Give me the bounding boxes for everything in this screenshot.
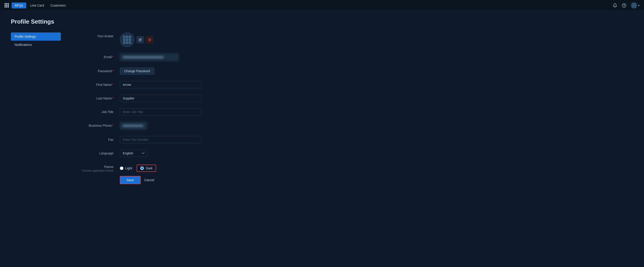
svg-rect-8 — [632, 7, 633, 8]
job-title-control — [120, 108, 224, 116]
svg-rect-15 — [126, 39, 128, 41]
email-label: Email* — [70, 53, 120, 59]
avatar-grid-icon — [122, 35, 132, 45]
svg-rect-17 — [124, 42, 125, 43]
topnav-right: ▾ — [612, 1, 640, 10]
email-required-star: * — [112, 55, 114, 59]
customers-nav-button[interactable]: Customers — [48, 3, 68, 9]
last-name-input[interactable] — [120, 95, 202, 102]
help-circle-icon — [622, 3, 626, 8]
first-name-row: First Name* — [70, 81, 224, 88]
fax-control — [120, 136, 224, 143]
svg-point-0 — [622, 4, 626, 7]
theme-dark-box[interactable]: Dark — [136, 165, 156, 172]
rfqs-nav-button[interactable]: RFQs — [12, 3, 26, 9]
password-control: Change Password — [120, 67, 224, 75]
avatar-edit-button[interactable] — [136, 36, 144, 43]
fax-label: Fax — [70, 136, 120, 141]
svg-rect-2 — [632, 4, 633, 4]
svg-rect-11 — [124, 36, 125, 38]
avatar-control — [120, 33, 224, 47]
language-label: Language — [70, 150, 120, 155]
linecard-nav-button[interactable]: Line Card — [28, 3, 46, 9]
fax-row: Fax — [70, 136, 224, 143]
cancel-button[interactable]: Cancel — [144, 178, 154, 182]
language-select[interactable]: English Spanish French — [120, 150, 147, 157]
action-row: Save Cancel — [120, 176, 224, 184]
svg-rect-9 — [634, 7, 634, 8]
form-area: Your Avatar — [61, 33, 233, 184]
last-name-required-star: * — [112, 97, 114, 100]
help-icon-button[interactable] — [621, 2, 627, 9]
notifications-icon-button[interactable] — [612, 2, 618, 9]
svg-rect-10 — [635, 7, 636, 8]
theme-light-label: Light — [125, 166, 132, 170]
user-avatar-small — [631, 2, 637, 9]
svg-rect-14 — [124, 39, 125, 41]
theme-dark-radio[interactable] — [140, 166, 144, 170]
password-required-star: * — [112, 69, 114, 73]
save-button[interactable]: Save — [120, 176, 141, 184]
theme-row: Theme Choose application theme Light Dar… — [70, 163, 224, 172]
language-row: Language English Spanish French — [70, 150, 224, 157]
theme-options: Light Dark — [120, 163, 156, 172]
svg-rect-16 — [129, 39, 131, 41]
svg-rect-3 — [634, 4, 634, 4]
bell-icon — [613, 3, 617, 8]
fax-input[interactable] — [120, 136, 202, 143]
grid-icon — [4, 3, 9, 8]
business-phone-label: Business Phone* — [70, 122, 120, 127]
last-name-control — [120, 95, 224, 102]
business-phone-required-star: * — [112, 124, 114, 127]
theme-light-radio[interactable] — [120, 166, 124, 170]
chevron-down-icon: ▾ — [638, 4, 640, 7]
sidebar-item-notifications[interactable]: Notifications — [11, 41, 61, 49]
last-name-row: Last Name* — [70, 95, 224, 102]
business-phone-control — [120, 122, 224, 130]
first-name-required-star: * — [112, 83, 114, 87]
svg-rect-12 — [126, 36, 128, 38]
job-title-label: Job Title — [70, 108, 120, 114]
svg-rect-19 — [129, 42, 131, 43]
business-phone-blurred — [120, 122, 147, 130]
avatar — [120, 33, 134, 47]
job-title-row: Job Title — [70, 108, 224, 116]
trash-icon — [148, 38, 151, 41]
theme-light-option[interactable]: Light — [120, 166, 132, 170]
svg-rect-7 — [635, 5, 636, 6]
topnav: RFQs Line Card Customers ▾ — [0, 0, 644, 11]
svg-rect-18 — [126, 42, 128, 43]
theme-label-group: Theme Choose application theme — [70, 163, 120, 172]
sidebar-item-profile-settings[interactable]: Profile Settings — [11, 33, 61, 41]
svg-rect-4 — [635, 4, 636, 4]
first-name-label: First Name* — [70, 81, 120, 87]
password-label: Password* — [70, 67, 120, 73]
grid-menu-button[interactable] — [4, 2, 10, 9]
svg-rect-6 — [634, 5, 634, 6]
grid-avatar-icon — [631, 2, 637, 9]
avatar-label: Your Avatar — [70, 33, 120, 38]
business-phone-row: Business Phone* — [70, 122, 224, 130]
avatar-row: Your Avatar — [70, 33, 224, 47]
user-menu-button[interactable]: ▾ — [630, 1, 640, 10]
theme-dark-label: Dark — [146, 166, 152, 170]
first-name-control — [120, 81, 224, 88]
topnav-left: RFQs Line Card Customers — [4, 2, 612, 9]
sidebar: Profile Settings Notifications — [11, 33, 61, 184]
email-control — [120, 53, 224, 61]
language-control: English Spanish French — [120, 150, 224, 157]
edit-pencil-icon — [139, 38, 142, 41]
email-blurred — [120, 53, 179, 61]
svg-rect-13 — [129, 36, 131, 38]
first-name-input[interactable] — [120, 81, 202, 88]
content-layout: Profile Settings Notifications Your Avat… — [11, 33, 633, 184]
email-row: Email* — [70, 53, 224, 61]
avatar-delete-button[interactable] — [146, 36, 154, 43]
theme-sub-label: Choose application theme — [70, 169, 114, 172]
last-name-label: Last Name* — [70, 95, 120, 100]
main-container: Profile Settings Profile Settings Notifi… — [0, 11, 644, 191]
job-title-input[interactable] — [120, 108, 202, 116]
theme-label: Theme — [70, 163, 114, 169]
svg-rect-5 — [632, 5, 633, 6]
change-password-button[interactable]: Change Password — [120, 67, 154, 75]
